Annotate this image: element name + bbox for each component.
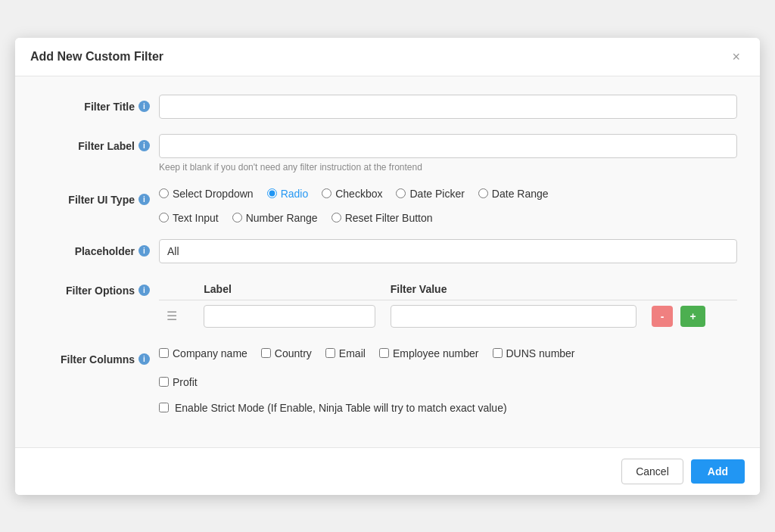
- placeholder-info-icon[interactable]: i: [139, 245, 150, 257]
- radio-checkbox[interactable]: [322, 188, 331, 198]
- close-button[interactable]: ×: [727, 48, 745, 65]
- label-cell: [196, 300, 382, 332]
- filter-columns-wrap: Company name Country Email Employee numb…: [159, 347, 737, 414]
- strict-mode-label: Enable Strict Mode (If Enable, Ninja Tab…: [175, 402, 507, 414]
- placeholder-input[interactable]: [159, 239, 737, 263]
- modal-footer: Cancel Add: [15, 447, 760, 495]
- col-handle-header: [159, 278, 196, 300]
- checkbox-email-input[interactable]: [325, 348, 335, 358]
- radio-date-picker[interactable]: [396, 188, 406, 198]
- filter-columns-row: Filter Columns i Company name Country E: [38, 347, 737, 414]
- checkbox-employee-number-input[interactable]: [379, 348, 389, 358]
- radio-item-reset-filter[interactable]: Reset Filter Button: [331, 212, 433, 224]
- radio-item-checkbox[interactable]: Checkbox: [322, 188, 382, 200]
- filter-title-label: Filter Title i: [38, 95, 159, 113]
- table-row: ☰ - +: [159, 300, 737, 332]
- cancel-button[interactable]: Cancel: [621, 459, 683, 484]
- placeholder-row: Placeholder i: [38, 239, 737, 263]
- checkbox-company-name-input[interactable]: [159, 348, 169, 358]
- filter-columns-checkbox-group: Company name Country Email Employee numb…: [159, 347, 737, 388]
- radio-select-dropdown[interactable]: [159, 188, 169, 198]
- filter-options-row: Filter Options i Label Filter Value: [38, 278, 737, 332]
- checkbox-country[interactable]: Country: [261, 347, 312, 359]
- radio-item-date-range[interactable]: Date Range: [478, 188, 549, 200]
- radio-date-range[interactable]: [478, 188, 488, 198]
- filter-label-row: Filter Label i Keep it blank if you don'…: [38, 134, 737, 173]
- placeholder-label: Placeholder i: [38, 239, 159, 257]
- drag-handle-cell: ☰: [159, 300, 196, 332]
- strict-mode-checkbox[interactable]: [159, 403, 169, 412]
- filter-ui-type-wrap: Select Dropdown Radio Checkbox Date Pick…: [159, 188, 737, 224]
- strict-mode-row: Enable Strict Mode (If Enable, Ninja Tab…: [159, 402, 737, 414]
- filter-title-input[interactable]: [159, 95, 737, 119]
- filter-ui-type-info-icon[interactable]: i: [139, 194, 150, 205]
- actions-cell: - +: [644, 300, 737, 332]
- checkbox-profit-input[interactable]: [159, 377, 169, 387]
- filter-title-row: Filter Title i: [38, 95, 737, 119]
- radio-item-radio[interactable]: Radio: [267, 188, 309, 200]
- placeholder-wrap: [159, 239, 737, 263]
- checkbox-duns-number-input[interactable]: [493, 348, 503, 358]
- radio-item-text-input[interactable]: Text Input: [159, 212, 219, 224]
- col-value-header: Filter Value: [383, 278, 644, 300]
- checkbox-company-name[interactable]: Company name: [159, 347, 247, 359]
- checkbox-duns-number[interactable]: DUNS number: [493, 347, 575, 359]
- radio-item-number-range[interactable]: Number Range: [232, 212, 318, 224]
- add-button[interactable]: Add: [691, 459, 745, 484]
- action-buttons: - +: [652, 306, 730, 327]
- drag-handle-icon[interactable]: ☰: [167, 310, 177, 322]
- filter-columns-label: Filter Columns i: [38, 347, 159, 366]
- modal-body: Filter Title i Filter Label i Keep it bl…: [15, 76, 760, 447]
- filter-title-info-icon[interactable]: i: [139, 101, 150, 112]
- filter-ui-type-row: Filter UI Type i Select Dropdown Radio: [38, 188, 737, 224]
- filter-options-table: Label Filter Value ☰: [159, 278, 737, 332]
- checkbox-email[interactable]: Email: [325, 347, 366, 359]
- checkbox-employee-number[interactable]: Employee number: [379, 347, 479, 359]
- filter-label-info-icon[interactable]: i: [139, 140, 150, 151]
- modal-title: Add New Custom Filter: [30, 50, 163, 64]
- filter-options-wrap: Label Filter Value ☰: [159, 278, 737, 332]
- filter-label-helper: Keep it blank if you don't need any filt…: [159, 162, 737, 173]
- filter-options-label: Filter Options i: [38, 278, 159, 297]
- checkbox-country-input[interactable]: [261, 348, 271, 358]
- col-label-header: Label: [196, 278, 382, 300]
- radio-number-range[interactable]: [232, 213, 242, 222]
- col-actions-header: [644, 278, 737, 300]
- radio-group: Select Dropdown Radio Checkbox Date Pick…: [159, 188, 737, 224]
- add-custom-filter-modal: Add New Custom Filter × Filter Title i F…: [15, 38, 760, 495]
- row-value-input[interactable]: [391, 305, 636, 328]
- filter-options-info-icon[interactable]: i: [139, 285, 150, 296]
- radio-reset-filter[interactable]: [331, 213, 341, 222]
- radio-item-date-picker[interactable]: Date Picker: [396, 188, 464, 200]
- radio-item-select-dropdown[interactable]: Select Dropdown: [159, 188, 254, 200]
- modal-header: Add New Custom Filter ×: [15, 38, 760, 76]
- remove-row-button[interactable]: -: [652, 306, 674, 327]
- checkbox-profit[interactable]: Profit: [159, 376, 198, 388]
- filter-label-input[interactable]: [159, 134, 737, 158]
- row-label-input[interactable]: [204, 305, 375, 328]
- filter-ui-type-label: Filter UI Type i: [38, 188, 159, 206]
- radio-text-input[interactable]: [159, 213, 169, 222]
- add-row-button[interactable]: +: [680, 306, 705, 327]
- filter-columns-info-icon[interactable]: i: [139, 353, 150, 365]
- radio-radio[interactable]: [267, 188, 277, 198]
- value-cell: [383, 300, 644, 332]
- filter-label-label: Filter Label i: [38, 134, 159, 152]
- filter-label-wrap: Keep it blank if you don't need any filt…: [159, 134, 737, 173]
- filter-title-wrap: [159, 95, 737, 119]
